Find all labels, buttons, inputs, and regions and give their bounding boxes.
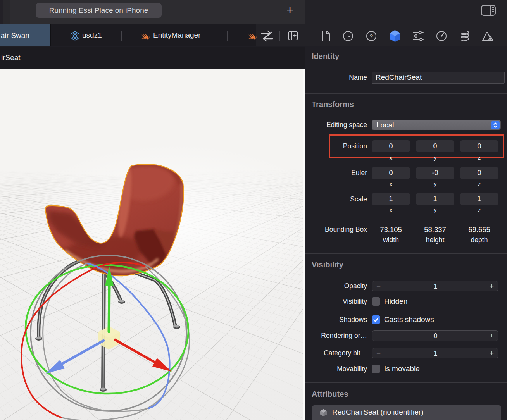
svg-text:?: ? [370,33,373,40]
